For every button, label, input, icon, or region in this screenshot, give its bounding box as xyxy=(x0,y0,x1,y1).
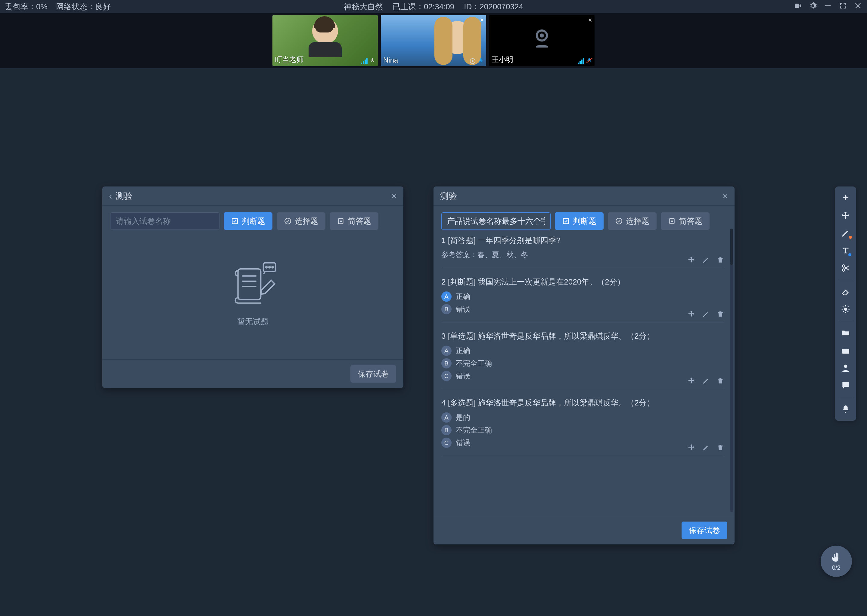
option-text: 不完全正确 xyxy=(456,425,492,435)
svg-point-14 xyxy=(272,267,273,268)
fullscreen-icon[interactable] xyxy=(839,2,847,12)
panel-title: 测验 xyxy=(116,190,132,202)
question-actions xyxy=(687,377,724,385)
svg-point-15 xyxy=(616,218,622,224)
video-close-icon[interactable]: × xyxy=(480,16,484,24)
question-option[interactable]: B不完全正确 xyxy=(441,358,724,368)
tool-move-icon[interactable] xyxy=(838,208,853,223)
scrollbar-track[interactable] xyxy=(730,229,733,512)
svg-point-2 xyxy=(472,60,473,62)
tool-folder-icon[interactable] xyxy=(838,325,853,341)
close-icon[interactable]: × xyxy=(391,191,397,201)
add-choice-button[interactable]: 选择题 xyxy=(608,212,657,230)
back-icon[interactable]: ‹ xyxy=(109,191,112,201)
video-name-label: Nina xyxy=(383,56,398,64)
option-label: C xyxy=(441,438,452,448)
question-option[interactable]: C错误 xyxy=(441,438,724,448)
network-status: 网络状态：良好 xyxy=(56,2,111,12)
tool-bell-icon[interactable] xyxy=(838,402,853,416)
camera-off-icon xyxy=(530,27,554,50)
save-quiz-button[interactable]: 保存试卷 xyxy=(681,522,727,539)
tool-text-icon[interactable] xyxy=(838,243,853,258)
question-actions xyxy=(687,310,724,318)
question-item: 2 [判断题] 我国宪法上一次更新是在2020年。（2分）A正确B错误 xyxy=(441,277,724,322)
tool-cursor-icon[interactable] xyxy=(838,191,853,206)
quiz-name-input[interactable] xyxy=(441,212,550,230)
close-icon[interactable]: × xyxy=(722,191,728,201)
hand-icon xyxy=(830,552,842,564)
delete-icon[interactable] xyxy=(716,377,724,385)
add-truefalse-button[interactable]: 判断题 xyxy=(555,212,604,230)
question-title: 4 [多选题] 施华洛世奇是反华品牌，所以梁鼎琪反华。（2分） xyxy=(441,398,724,408)
tool-toolbox-icon[interactable] xyxy=(838,343,853,358)
quiz-name-input[interactable] xyxy=(110,212,219,230)
camera-toggle-icon[interactable] xyxy=(793,2,802,12)
move-icon[interactable] xyxy=(687,444,695,451)
move-icon[interactable] xyxy=(687,256,695,264)
add-truefalse-button[interactable]: 判断题 xyxy=(224,212,273,230)
add-shortanswer-button[interactable]: 简答题 xyxy=(661,212,709,230)
edit-icon[interactable] xyxy=(702,444,710,451)
top-status-bar: 丢包率：0% 网络状态：良好 神秘大自然 已上课：02:34:09 ID：202… xyxy=(0,0,867,13)
mic-muted-icon xyxy=(586,57,592,64)
question-list: 1 [简答题] 一年四季分别是哪四季?参考答案：春、夏、秋、冬 2 [判断题] … xyxy=(441,235,727,509)
option-label: A xyxy=(441,291,452,302)
tool-eraser-icon[interactable] xyxy=(838,284,853,299)
tool-laser-icon[interactable] xyxy=(838,302,853,317)
question-option[interactable]: A正确 xyxy=(441,346,724,356)
save-quiz-button[interactable]: 保存试卷 xyxy=(350,365,396,383)
add-choice-button[interactable]: 选择题 xyxy=(277,212,325,230)
svg-point-21 xyxy=(844,365,847,368)
delete-icon[interactable] xyxy=(716,444,724,451)
edit-icon[interactable] xyxy=(702,310,710,318)
move-icon[interactable] xyxy=(687,310,695,318)
delete-icon[interactable] xyxy=(716,310,724,318)
question-option[interactable]: A是的 xyxy=(441,412,724,423)
delete-icon[interactable] xyxy=(716,256,724,264)
edit-icon[interactable] xyxy=(702,377,710,385)
right-toolbar xyxy=(835,187,856,421)
elapsed-time: 已上课：02:34:09 xyxy=(393,2,454,12)
svg-rect-7 xyxy=(238,269,261,300)
empty-illustration-icon xyxy=(226,261,280,309)
tool-chat-icon[interactable] xyxy=(838,378,853,393)
question-actions xyxy=(687,444,724,451)
hand-raise-count: 0/2 xyxy=(832,564,840,571)
video-tile-student[interactable]: × 王小明 xyxy=(489,15,594,66)
question-actions xyxy=(687,256,724,264)
question-title: 3 [单选题] 施华洛世奇是反华品牌，所以梁鼎琪反华。（2分） xyxy=(441,331,724,341)
video-close-icon[interactable]: × xyxy=(588,16,592,24)
add-shortanswer-button[interactable]: 简答题 xyxy=(329,212,378,230)
scrollbar-thumb[interactable] xyxy=(730,229,733,265)
question-title: 1 [简答题] 一年四季分别是哪四季? xyxy=(441,235,724,246)
svg-point-12 xyxy=(266,267,267,268)
tool-pen-icon[interactable] xyxy=(838,226,853,240)
question-option[interactable]: A正确 xyxy=(441,291,724,302)
class-id: ID：2020070324 xyxy=(464,2,523,12)
settings-icon[interactable] xyxy=(809,2,817,12)
svg-point-19 xyxy=(844,308,847,311)
video-tile-student[interactable]: × Nina xyxy=(381,15,486,66)
edit-icon[interactable] xyxy=(702,256,710,264)
minimize-icon[interactable] xyxy=(824,2,832,12)
move-icon[interactable] xyxy=(687,377,695,385)
question-option[interactable]: B错误 xyxy=(441,304,724,314)
svg-point-13 xyxy=(269,267,270,268)
tool-user-icon[interactable] xyxy=(838,360,853,376)
empty-text: 暂无试题 xyxy=(237,316,268,327)
option-label: B xyxy=(441,304,452,314)
option-text: 是的 xyxy=(456,413,470,422)
option-label: C xyxy=(441,371,452,381)
close-window-icon[interactable] xyxy=(854,2,862,12)
question-option[interactable]: C错误 xyxy=(441,371,724,381)
question-option[interactable]: B不完全正确 xyxy=(441,425,724,435)
hand-raise-button[interactable]: 0/2 xyxy=(821,545,852,577)
video-tile-teacher[interactable]: 叮当老师 xyxy=(273,15,378,66)
question-item: 3 [单选题] 施华洛世奇是反华品牌，所以梁鼎琪反华。（2分）A正确B不完全正确… xyxy=(441,331,724,389)
signal-icon xyxy=(361,57,367,64)
target-icon xyxy=(469,58,476,64)
course-title: 神秘大自然 xyxy=(344,2,383,12)
reference-answer: 参考答案：春、夏、秋、冬 xyxy=(441,250,724,259)
tool-scissors-icon[interactable] xyxy=(838,261,853,275)
svg-rect-0 xyxy=(825,5,831,6)
